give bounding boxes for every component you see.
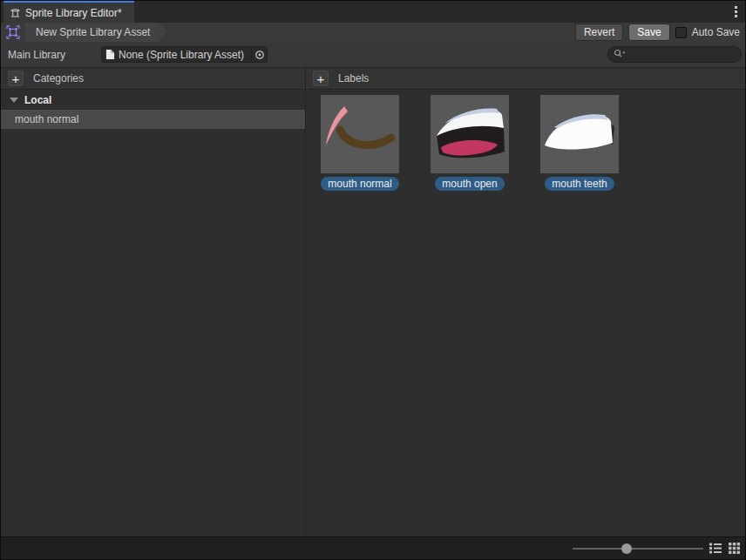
slider-thumb[interactable] — [621, 543, 632, 554]
sprite-thumbnail-mouth-open[interactable] — [431, 95, 509, 173]
kebab-menu-icon[interactable] — [726, 1, 745, 23]
revert-button[interactable]: Revert — [575, 24, 623, 41]
sprite-library-editor-icon — [10, 7, 21, 18]
breadcrumb[interactable]: New Sprite Library Asset — [25, 23, 167, 42]
labels-panel: + Labels mouth normal — [306, 68, 745, 536]
sprite-asset-icon — [6, 25, 20, 39]
categories-header: + Categories — [1, 68, 305, 90]
categories-list: Local mouth normal — [1, 90, 305, 536]
list-view-icon[interactable] — [709, 542, 722, 555]
auto-save-label: Auto Save — [692, 26, 740, 38]
grid-view-icon[interactable] — [728, 542, 741, 555]
save-button[interactable]: Save — [628, 24, 669, 41]
category-item-label: mouth normal — [15, 113, 78, 125]
slider-track — [573, 548, 703, 550]
asset-document-icon — [102, 49, 115, 60]
sprite-library-editor-window: Sprite Library Editor* New Sprite Librar… — [0, 0, 746, 560]
sprite-thumbnail-mouth-normal[interactable] — [321, 95, 399, 173]
bottom-bar — [1, 536, 745, 559]
category-group-label: Local — [24, 94, 51, 106]
category-group-local[interactable]: Local — [1, 90, 305, 110]
category-item-mouth-normal[interactable]: mouth normal — [1, 110, 305, 129]
auto-save-checkbox[interactable] — [675, 27, 687, 38]
object-field-value: None (Sprite Library Asset) — [115, 49, 251, 61]
foldout-arrow-icon — [10, 98, 18, 103]
labels-grid: mouth normal mouth open — [306, 90, 745, 536]
categories-header-label: Categories — [33, 72, 84, 84]
add-label-button[interactable]: + — [313, 71, 329, 86]
sprite-card-mouth-open: mouth open — [431, 95, 509, 191]
sprite-label-pill[interactable]: mouth open — [435, 177, 504, 191]
sprite-thumbnail-mouth-teeth[interactable] — [540, 95, 619, 173]
breadcrumb-label: New Sprite Library Asset — [36, 26, 150, 38]
object-picker-icon[interactable] — [251, 47, 267, 62]
categories-panel: + Categories Local mouth normal — [1, 68, 306, 536]
add-category-button[interactable]: + — [8, 71, 24, 86]
search-input[interactable] — [628, 49, 736, 61]
tab-sprite-library-editor[interactable]: Sprite Library Editor* — [3, 1, 134, 23]
search-icon — [614, 49, 626, 61]
tab-title: Sprite Library Editor* — [25, 7, 122, 19]
toolbar: New Sprite Library Asset Revert Save Aut… — [1, 23, 745, 42]
main-library-row: Main Library None (Sprite Library Asset) — [1, 42, 745, 67]
sprite-card-mouth-normal: mouth normal — [321, 95, 399, 191]
sprite-label-pill[interactable]: mouth normal — [321, 177, 398, 191]
labels-header: + Labels — [306, 68, 745, 90]
main-library-label: Main Library — [8, 49, 101, 61]
labels-header-label: Labels — [338, 72, 369, 84]
sprite-label-pill[interactable]: mouth teeth — [545, 177, 614, 191]
thumbnail-size-slider[interactable] — [573, 537, 703, 559]
tab-bar: Sprite Library Editor* — [1, 1, 745, 23]
sprite-card-mouth-teeth: mouth teeth — [540, 95, 619, 191]
content-area: + Categories Local mouth normal + Labels — [1, 67, 745, 536]
view-mode-buttons — [709, 537, 741, 559]
search-field[interactable] — [607, 46, 742, 63]
main-library-object-field[interactable]: None (Sprite Library Asset) — [101, 46, 268, 63]
